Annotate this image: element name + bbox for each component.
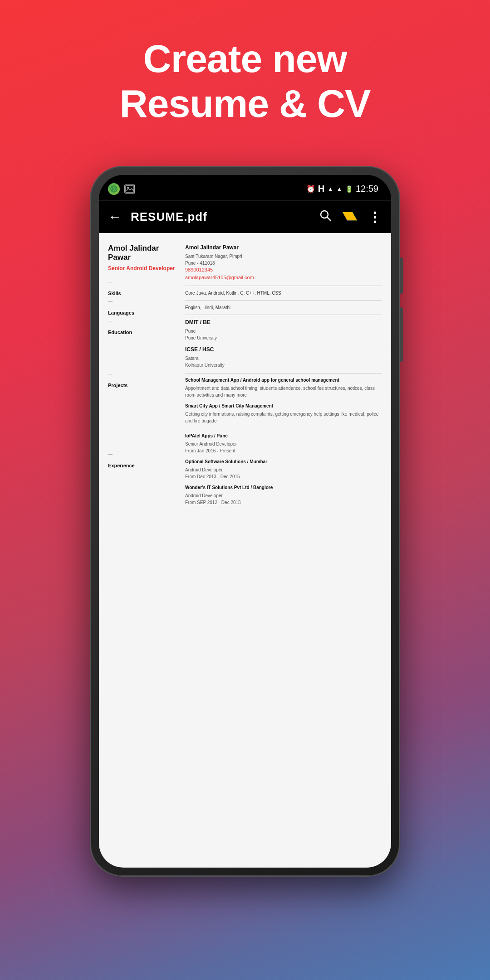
search-button[interactable] xyxy=(319,209,332,225)
document-content: Amol Jalindar Pawar Senior Android Devel… xyxy=(99,233,391,868)
edu2-university: Kolhapur University xyxy=(185,362,382,369)
edu2-place: Satara xyxy=(185,355,382,362)
status-time: 12:59 xyxy=(356,184,378,194)
svg-rect-3 xyxy=(126,186,134,192)
project2-desc: Getting city informations, raising compl… xyxy=(185,411,382,424)
divider-2: — xyxy=(108,299,181,304)
section-line-1 xyxy=(185,286,382,286)
app-bar: ← RESUME.pdf xyxy=(99,200,391,233)
phone-outer: ⏰ H ▲ ▲ 🔋 12:59 ← RESUME.pdf xyxy=(91,167,399,876)
skills-text: Core Java, Android, Kotlin, C, C++, HTML… xyxy=(185,290,382,296)
battery-icon: 🔋 xyxy=(345,185,353,193)
doc-right-column: Amol Jalindar Pawar Sant Tukaram Nagar, … xyxy=(185,244,382,857)
app-bar-icons: ⋮ xyxy=(319,209,382,225)
exp3-role: Android Developer xyxy=(185,492,382,499)
globe-icon xyxy=(108,183,120,195)
hero-line1: Create new xyxy=(143,37,347,80)
back-button[interactable]: ← xyxy=(108,209,122,224)
edu2-degree: ICSE / HSC xyxy=(185,346,382,354)
phone-text: 9890012345 xyxy=(185,267,382,273)
project2-name: Smart City App / Smart City Management xyxy=(185,403,382,409)
divider-1: — xyxy=(108,279,181,284)
languages-text: English, Hindi, Marathi xyxy=(185,304,382,311)
divider-4: — xyxy=(108,371,181,376)
background: Create new Resume & CV xyxy=(0,0,490,980)
project-block-1: School Management App / Android app for … xyxy=(185,377,382,398)
project1-name: School Management App / Android app for … xyxy=(185,377,382,383)
resume-title: Senior Android Developer xyxy=(108,265,181,272)
languages-label: Languages xyxy=(108,310,181,315)
exp1-period: From Jan 2016 - Present xyxy=(185,447,382,454)
section-line-2 xyxy=(185,300,382,301)
exp1-role: Senior Android Developer xyxy=(185,441,382,447)
email-text: amolapawar45105@gmail.com xyxy=(185,274,382,281)
image-icon xyxy=(124,184,135,194)
divider-3: — xyxy=(108,318,181,323)
status-right: ⏰ H ▲ ▲ 🔋 12:59 xyxy=(306,184,378,194)
experience-label: Experience xyxy=(108,463,181,468)
carrier-text: H xyxy=(318,184,324,194)
resume-name-right: Amol Jalindar Pawar xyxy=(185,244,382,252)
more-button[interactable]: ⋮ xyxy=(368,209,382,225)
contact-block: Amol Jalindar Pawar Sant Tukaram Nagar, … xyxy=(185,244,382,281)
divider-5: — xyxy=(108,451,181,456)
signal-icon: ▲ xyxy=(327,185,333,193)
exp2-company: Optional Software Solutions / Mumbai xyxy=(185,459,382,465)
hero-text: Create new Resume & CV xyxy=(93,0,398,153)
status-left xyxy=(108,183,135,195)
section-line-5 xyxy=(185,429,382,429)
address-text: Sant Tukaram Nagar, Pimpri Pune - 411018 xyxy=(185,253,382,267)
exp3-company: Wonder's IT Solutions Pvt Ltd / Banglore xyxy=(185,485,382,491)
status-bar: ⏰ H ▲ ▲ 🔋 12:59 xyxy=(99,175,391,200)
section-line-4 xyxy=(185,373,382,374)
doc-left-column: Amol Jalindar Pawar Senior Android Devel… xyxy=(108,244,181,857)
alarm-icon: ⏰ xyxy=(306,184,315,193)
edu-block-2: ICSE / HSC Satara Kolhapur University xyxy=(185,346,382,369)
hero-line2: Resume & CV xyxy=(120,82,371,125)
project1-desc: Appointment and data school timing, stud… xyxy=(185,385,382,398)
edu1-place: Pune xyxy=(185,328,382,335)
skills-label: Skills xyxy=(108,291,181,296)
phone-mockup: ⏰ H ▲ ▲ 🔋 12:59 ← RESUME.pdf xyxy=(91,167,399,876)
signal-icon2: ▲ xyxy=(336,185,343,193)
exp1-company: IoPAtel Apps / Pune xyxy=(185,433,382,439)
exp3-period: From SEP 2012 - Dec 2015 xyxy=(185,499,382,506)
exp-block-3: Wonder's IT Solutions Pvt Ltd / Banglore… xyxy=(185,485,382,506)
exp-block-2: Optional Software Solutions / Mumbai And… xyxy=(185,459,382,480)
edu1-degree: DMIT / BE xyxy=(185,319,382,326)
edu-block-1: DMIT / BE Pune Pune University xyxy=(185,319,382,341)
drive-button[interactable] xyxy=(343,209,357,225)
phone-inner: ⏰ H ▲ ▲ 🔋 12:59 ← RESUME.pdf xyxy=(99,175,391,868)
education-label: Education xyxy=(108,330,181,335)
projects-label: Projects xyxy=(108,383,181,388)
edu1-university: Pune University xyxy=(185,335,382,341)
exp2-role: Android Developer xyxy=(185,466,382,473)
app-bar-title: RESUME.pdf xyxy=(131,210,310,224)
resume-name: Amol Jalindar Pawar xyxy=(108,244,181,262)
project-block-2: Smart City App / Smart City Management G… xyxy=(185,403,382,424)
section-line-3 xyxy=(185,315,382,315)
exp-block-1: IoPAtel Apps / Pune Senior Android Devel… xyxy=(185,433,382,454)
exp2-period: From Dec 2013 - Dec 2015 xyxy=(185,473,382,480)
svg-line-6 xyxy=(327,217,331,221)
